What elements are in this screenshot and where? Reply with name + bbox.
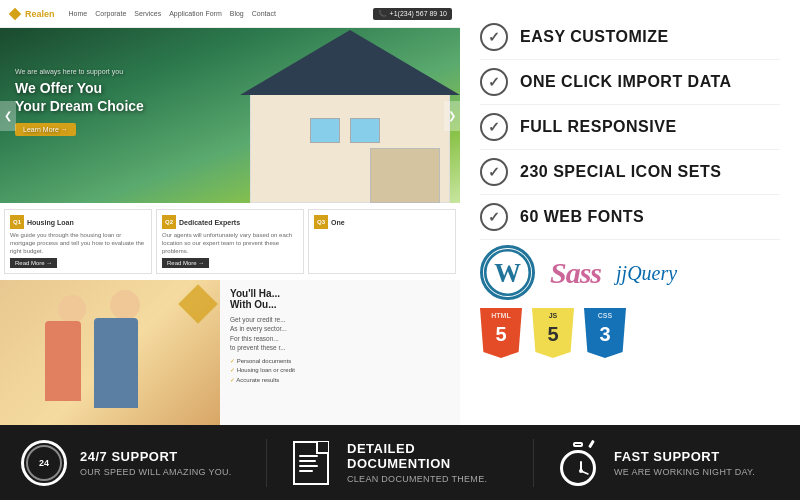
- bottom-item-fast: FAST SUPPORT WE ARE WORKING NIGHT DAY.: [534, 439, 800, 487]
- hero-headline: We Offer You Your Dream Choice: [15, 79, 144, 115]
- feature-label-3: FULL RESPONSIVE: [520, 118, 677, 136]
- stopwatch-icon-wrapper: [554, 439, 602, 487]
- mock-hero: We are always here to support you We Off…: [0, 28, 460, 203]
- docs-title: DETAILED DOCUMENTION: [347, 441, 513, 471]
- doc-icon-wrapper: [287, 439, 335, 487]
- card-1-icon: Q1: [10, 215, 24, 229]
- preview-panel: Realen Home Corporate Services Applicati…: [0, 0, 460, 425]
- lower-section: You'll Ha...With Ou... Get your credit r…: [0, 280, 460, 425]
- check-icon-5: [480, 203, 508, 231]
- doc-line-3: [299, 465, 318, 467]
- person-image: [0, 280, 220, 425]
- card-1: Q1 Housing Loan We guide you through the…: [4, 209, 152, 274]
- bottom-item-docs: DETAILED DOCUMENTION CLEAN DOCUMENTED TH…: [267, 439, 534, 487]
- bottom-item-support: 24 24/7 SUPPORT OUR SPEED WILL AMAZING Y…: [0, 439, 267, 487]
- svg-text:W: W: [494, 258, 521, 288]
- card-2-icon: Q2: [162, 215, 176, 229]
- stopwatch-body: [560, 450, 596, 486]
- jquery-logo: jjQuery: [616, 260, 677, 286]
- wordpress-logo: W: [480, 245, 535, 300]
- house-container: [200, 28, 460, 203]
- doc-line-2: [299, 460, 316, 462]
- hero-text: We are always here to support you We Off…: [15, 68, 144, 136]
- js5-badge-wrapper: JS 5: [532, 308, 574, 358]
- docs-text: DETAILED DOCUMENTION CLEAN DOCUMENTED TH…: [347, 441, 513, 484]
- mock-nav: Realen Home Corporate Services Applicati…: [0, 0, 460, 28]
- feature-full-responsive: FULL RESPONSIVE: [480, 105, 780, 150]
- doc-line-4: [299, 470, 313, 472]
- docs-subtitle: CLEAN DOCUMENTED THEME.: [347, 474, 513, 484]
- feature-one-click-import: ONE CLICK IMPORT DATA: [480, 60, 780, 105]
- man-body: [94, 318, 138, 408]
- css3-badge: CSS 3: [584, 308, 626, 358]
- check-icon-3: [480, 113, 508, 141]
- tech-badges-row: HTML 5 JS 5 CSS: [480, 308, 780, 358]
- tech-row-1: W Sass jjQuery: [480, 245, 780, 300]
- hero-arrow-right[interactable]: ❯: [444, 101, 460, 131]
- svg-point-5: [579, 469, 583, 473]
- hero-cta-btn[interactable]: Learn More →: [15, 123, 76, 136]
- lower-desc: Get your credit re...As in every sector.…: [230, 315, 450, 351]
- main-content: Realen Home Corporate Services Applicati…: [0, 0, 800, 425]
- support-title: 24/7 SUPPORT: [80, 449, 232, 464]
- card-2: Q2 Dedicated Experts Our agents will unf…: [156, 209, 304, 274]
- house-roof: [240, 30, 460, 95]
- woman-body: [45, 321, 81, 401]
- css3-badge-wrapper: CSS 3: [584, 308, 626, 358]
- feature-label-2: ONE CLICK IMPORT DATA: [520, 73, 732, 91]
- hero-arrow-left[interactable]: ❮: [0, 101, 16, 131]
- fast-subtitle: WE ARE WORKING NIGHT DAY.: [614, 467, 755, 477]
- check-icon-2: [480, 68, 508, 96]
- window-2: [310, 118, 340, 143]
- card-2-btn[interactable]: Read More →: [162, 258, 209, 268]
- card-3: Q3 One: [308, 209, 456, 274]
- features-panel: EASY CUSTOMIZE ONE CLICK IMPORT DATA FUL…: [460, 0, 800, 425]
- stopwatch-icon: [557, 440, 599, 486]
- document-icon: [293, 441, 329, 485]
- svg-marker-0: [9, 8, 21, 20]
- card-1-btn[interactable]: Read More →: [10, 258, 57, 268]
- check-icon-1: [480, 23, 508, 51]
- js5-badge: JS 5: [532, 308, 574, 358]
- feature-easy-customize: EASY CUSTOMIZE: [480, 15, 780, 60]
- card-3-icon: Q3: [314, 215, 328, 229]
- lower-features: Personal documents Housing loan or credi…: [230, 357, 450, 386]
- fast-support-text: FAST SUPPORT WE ARE WORKING NIGHT DAY.: [614, 449, 755, 477]
- nav-links: Home Corporate Services Application Form…: [69, 10, 276, 17]
- support-text: 24/7 SUPPORT OUR SPEED WILL AMAZING YOU.: [80, 449, 232, 477]
- clock-icon-wrapper: 24: [20, 439, 68, 487]
- lower-title: You'll Ha...With Ou...: [230, 288, 450, 310]
- window-1: [350, 118, 380, 143]
- stopwatch-btn: [573, 442, 583, 447]
- doc-line-1: [299, 455, 318, 457]
- garage: [370, 148, 440, 203]
- feature-label-5: 60 WEB FONTS: [520, 208, 644, 226]
- stopwatch-handle: [588, 439, 595, 447]
- html5-badge-wrapper: HTML 5: [480, 308, 522, 358]
- support-subtitle: OUR SPEED WILL AMAZING YOU.: [80, 467, 232, 477]
- fast-title: FAST SUPPORT: [614, 449, 755, 464]
- phone-display: 📞 +1(234) 567 89 10: [373, 8, 452, 20]
- mock-website: Realen Home Corporate Services Applicati…: [0, 0, 460, 425]
- feature-web-fonts: 60 WEB FONTS: [480, 195, 780, 240]
- lower-text: You'll Ha...With Ou... Get your credit r…: [220, 280, 460, 425]
- feature-label-1: EASY CUSTOMIZE: [520, 28, 669, 46]
- check-icon-4: [480, 158, 508, 186]
- 24-7-clock-icon: 24: [21, 440, 67, 486]
- html5-badge: HTML 5: [480, 308, 522, 358]
- feature-cards: Q1 Housing Loan We guide you through the…: [0, 203, 460, 280]
- sass-logo: Sass: [550, 256, 601, 290]
- feature-label-4: 230 SPECIAL ICON SETS: [520, 163, 721, 181]
- site-logo: Realen: [8, 7, 55, 21]
- bottom-bar: 24 24/7 SUPPORT OUR SPEED WILL AMAZING Y…: [0, 425, 800, 500]
- tech-logos: W Sass jjQuery: [480, 245, 780, 358]
- feature-icon-sets: 230 SPECIAL ICON SETS: [480, 150, 780, 195]
